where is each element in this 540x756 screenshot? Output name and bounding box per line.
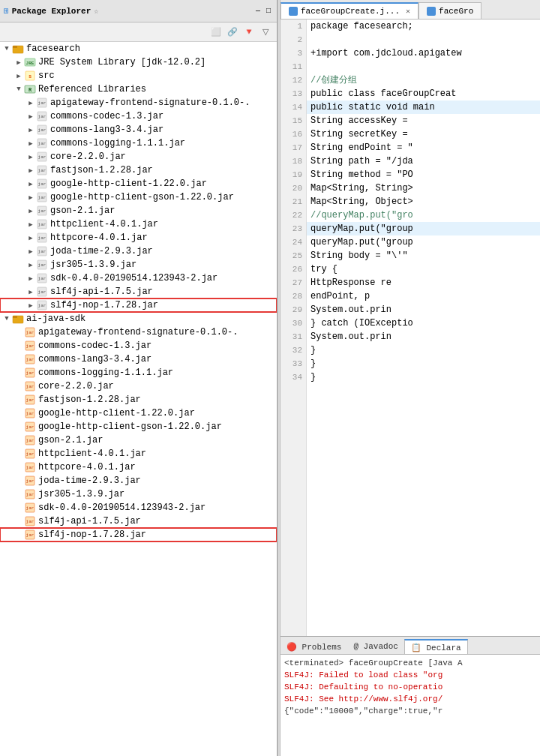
- tab-faceGro[interactable]: faceGro: [418, 2, 482, 19]
- close-tab-1[interactable]: ✕: [406, 7, 410, 16]
- line-number: 15: [284, 114, 306, 128]
- tree-item-facesearch[interactable]: ▼facesearch: [0, 42, 277, 56]
- item-label: sdk-0.4.0-20190514.123943-2.jar: [50, 273, 218, 284]
- svg-text:jar: jar: [26, 532, 34, 538]
- tree-arrow: ▶: [26, 288, 36, 296]
- item-icon-sdk-jar: jar: [24, 448, 36, 460]
- tree-item-sdk13[interactable]: jarjsr305-1.3.9.jar: [0, 488, 277, 501]
- tree-arrow: ▼: [2, 45, 12, 52]
- tree-item-jar5[interactable]: ▶jarcore-2.2.0.jar: [0, 150, 277, 164]
- panel-toolbar: ⬜ 🔗 🔻 ▽: [0, 22, 277, 42]
- console-line: SLF4J: See http://www.slf4j.org/: [284, 693, 536, 705]
- tree-item-sdk10[interactable]: jarhttpclient-4.0.1.jar: [0, 447, 277, 460]
- maximize-btn[interactable]: □: [264, 6, 273, 16]
- link-btn[interactable]: 🔗: [225, 25, 240, 40]
- tree-item-jar10[interactable]: ▶jarhttpclient-4.0.1.jar: [0, 218, 277, 231]
- view-menu-btn[interactable]: 🔻: [242, 25, 256, 40]
- bottom-panel: 🔴 Problems @ Javadoc 📋 Declara <terminat…: [280, 636, 540, 756]
- code-line: +import com.jdcloud.apigatew: [307, 46, 540, 60]
- collapse-all-btn[interactable]: ⬜: [208, 25, 224, 40]
- item-label: commons-codec-1.3.jar: [38, 340, 152, 351]
- problems-tab-label: 🔴 Problems: [286, 642, 341, 652]
- tree-item-sdk16[interactable]: jarslf4j-nop-1.7.28.jar: [0, 528, 277, 542]
- tree-item-sdk1[interactable]: jarapigateway-frontend-signature-0.1.0-.: [0, 326, 277, 339]
- item-icon-reflib: R: [24, 83, 36, 95]
- item-icon-jar: jar: [36, 164, 48, 176]
- item-icon-sdk-jar: jar: [24, 353, 36, 365]
- line-number: 26: [284, 262, 306, 276]
- tree-item-jar6[interactable]: ▶jarfastjson-1.2.28.jar: [0, 164, 277, 177]
- tree-item-jar11[interactable]: ▶jarhttpcore-4.0.1.jar: [0, 231, 277, 244]
- item-icon-jar: jar: [36, 97, 48, 109]
- tree-item-jar1[interactable]: ▶jarapigateway-frontend-signature-0.1.0-…: [0, 96, 277, 110]
- item-icon-sdk-jar: jar: [24, 421, 36, 433]
- line-numbers: 1231112131415161718192021222324252627282…: [280, 20, 307, 636]
- minimize-btn[interactable]: —: [254, 6, 262, 16]
- item-label: gson-2.1.jar: [50, 206, 115, 216]
- item-label: fastjson-1.2.28.jar: [38, 394, 141, 405]
- tree-item-jar7[interactable]: ▶jargoogle-http-client-1.22.0.jar: [0, 177, 277, 190]
- tree-item-jar3[interactable]: ▶jarcommons-lang3-3.4.jar: [0, 123, 277, 136]
- panel-title-text: Package Explorer: [12, 7, 92, 16]
- item-icon-sdk-jar: jar: [24, 326, 36, 338]
- tree-arrow: ▶: [26, 220, 36, 229]
- line-number: 33: [284, 357, 306, 370]
- tree-item-jar14[interactable]: ▶jarsdk-0.4.0-20190514.123943-2.jar: [0, 272, 277, 285]
- item-label: sdk-0.4.0-20190514.123943-2.jar: [38, 502, 206, 513]
- tree-item-jre[interactable]: ▶JREJRE System Library [jdk-12.0.2]: [0, 56, 277, 69]
- tree-item-sdk5[interactable]: jarcore-2.2.0.jar: [0, 380, 277, 393]
- tree-item-jar15[interactable]: ▶jarslf4j-api-1.7.5.jar: [0, 285, 277, 298]
- tree-item-jar2[interactable]: ▶jarcommons-codec-1.3.jar: [0, 110, 277, 123]
- tree-item-sdk7[interactable]: jargoogle-http-client-1.22.0.jar: [0, 406, 277, 420]
- item-label: commons-logging-1.1.1.jar: [50, 138, 185, 148]
- item-icon-jar: jar: [36, 124, 48, 136]
- svg-text:s: s: [28, 74, 32, 80]
- tree-item-jar12[interactable]: ▶jarjoda-time-2.9.3.jar: [0, 244, 277, 258]
- panel-title: ⊞ Package Explorer ☆: [4, 6, 254, 16]
- tree-item-sdk9[interactable]: jargson-2.1.jar: [0, 434, 277, 447]
- dropdown-btn[interactable]: ▽: [258, 25, 273, 40]
- item-label: src: [38, 70, 55, 81]
- problems-tab[interactable]: 🔴 Problems: [280, 639, 347, 654]
- tree-item-sdk14[interactable]: jarsdk-0.4.0-20190514.123943-2.jar: [0, 501, 277, 514]
- tree-item-sdk8[interactable]: jargoogle-http-client-gson-1.22.0.jar: [0, 420, 277, 434]
- line-number: 17: [284, 141, 306, 154]
- tab-label-1: faceGroupCreate.j...: [301, 7, 400, 16]
- tree-item-aijava[interactable]: ▼ai-java-sdk: [0, 312, 277, 326]
- tree-item-sdk15[interactable]: jarslf4j-api-1.7.5.jar: [0, 514, 277, 528]
- tree-item-sdk12[interactable]: jarjoda-time-2.9.3.jar: [0, 474, 277, 488]
- svg-text:jar: jar: [38, 114, 46, 119]
- declaration-tab[interactable]: 📋 Declara: [404, 639, 468, 654]
- tree-arrow: ▶: [26, 180, 36, 188]
- svg-text:jar: jar: [38, 222, 46, 227]
- package-explorer-panel: ⊞ Package Explorer ☆ — □ ⬜ 🔗 🔻 ▽ ▼facese…: [0, 0, 278, 756]
- tree-item-jar4[interactable]: ▶jarcommons-logging-1.1.1.jar: [0, 136, 277, 150]
- tree-item-jar8[interactable]: ▶jargoogle-http-client-gson-1.22.0.jar: [0, 190, 277, 204]
- line-number: 3: [284, 46, 306, 60]
- tree-item-reflibs[interactable]: ▼RReferenced Libraries: [0, 82, 277, 96]
- tree-item-jar13[interactable]: ▶jarjsr305-1.3.9.jar: [0, 258, 277, 272]
- tree-item-jar16[interactable]: ▶jarslf4j-nop-1.7.28.jar: [0, 298, 277, 312]
- code-line: [307, 33, 540, 46]
- tree-item-sdk2[interactable]: jarcommons-codec-1.3.jar: [0, 339, 277, 352]
- tree-item-sdk6[interactable]: jarfastjson-1.2.28.jar: [0, 393, 277, 406]
- tree-arrow: ▶: [26, 248, 36, 256]
- tree-item-sdk11[interactable]: jarhttpcore-4.0.1.jar: [0, 460, 277, 474]
- code-line: endPoint, p: [307, 290, 540, 303]
- tree-item-sdk3[interactable]: jarcommons-lang3-3.4.jar: [0, 352, 277, 366]
- javadoc-tab[interactable]: @ Javadoc: [347, 639, 404, 654]
- tree-arrow: ▶: [14, 72, 24, 80]
- item-icon-jar: jar: [36, 178, 48, 190]
- tree-item-jar9[interactable]: ▶jargson-2.1.jar: [0, 204, 277, 218]
- tree-item-src[interactable]: ▶ssrc: [0, 69, 277, 82]
- tab-faceGroupCreate[interactable]: faceGroupCreate.j... ✕: [280, 2, 418, 19]
- tree-item-sdk4[interactable]: jarcommons-logging-1.1.1.jar: [0, 366, 277, 380]
- tree-arrow: ▶: [26, 140, 36, 148]
- line-number: 28: [284, 290, 306, 303]
- item-label: slf4j-nop-1.7.28.jar: [38, 530, 146, 540]
- item-icon-sdk-jar: jar: [24, 488, 36, 500]
- item-label: commons-logging-1.1.1.jar: [38, 368, 173, 378]
- svg-text:jar: jar: [26, 424, 34, 430]
- item-icon-jar: jar: [36, 232, 48, 244]
- editor-tabs: faceGroupCreate.j... ✕ faceGro: [280, 0, 540, 20]
